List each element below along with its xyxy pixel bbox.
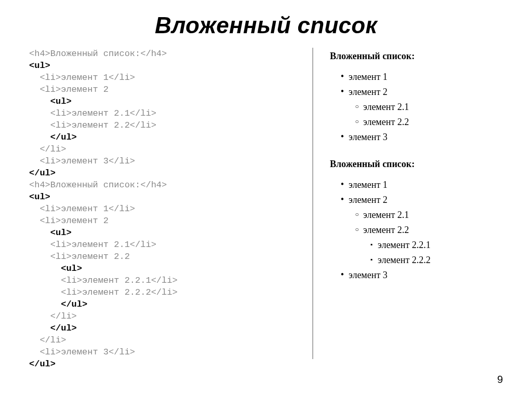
code-text: </li> xyxy=(130,108,156,118)
list-item-label: элемент 2 xyxy=(349,193,388,207)
bullet-disc-icon xyxy=(336,84,349,99)
code-text: <li> xyxy=(29,252,72,262)
code-text: <li> xyxy=(29,276,82,285)
slide-title: Вложенный список xyxy=(29,12,503,38)
list-item: элемент 2.2 xyxy=(336,222,503,237)
code-text: </li> xyxy=(109,73,135,83)
rendered-heading: Вложенный список: xyxy=(330,51,503,62)
bullet-circle-icon xyxy=(351,114,363,129)
bullet-disc-icon xyxy=(336,267,349,282)
page-number: 9 xyxy=(497,374,503,386)
code-text: элемент 2.2.1 xyxy=(82,276,151,285)
list-item: элемент 2 xyxy=(336,84,503,99)
code-text: <li> xyxy=(29,347,61,357)
code-text: элемент 1 xyxy=(61,204,109,214)
code-text: </li> xyxy=(109,156,135,166)
bullet-disc-icon xyxy=(336,192,349,207)
code-text: <li> xyxy=(29,156,61,166)
code-block: <h4>Вложенный список:</h4> <ul> <li>элем… xyxy=(29,48,302,370)
code-text: </li> xyxy=(29,311,77,321)
code-text: <li> xyxy=(29,240,72,250)
bullet-disc-icon xyxy=(336,177,349,192)
list-item: элемент 1 xyxy=(336,177,503,192)
render-panel: Вложенный список: элемент 1 элемент 2 эл… xyxy=(313,48,503,370)
code-text: элемент 2.2.2 xyxy=(82,287,151,297)
list-item-label: элемент 2.2.1 xyxy=(378,238,431,252)
code-text: элемент 2.1 xyxy=(72,108,130,118)
code-text: <li> xyxy=(29,204,61,214)
code-text: <li> xyxy=(29,108,72,118)
bullet-circle-icon xyxy=(351,207,363,222)
code-text: элемент 2.2 xyxy=(72,120,130,130)
bullet-circle-icon xyxy=(351,99,363,114)
code-text: <li> xyxy=(29,287,82,297)
code-text: </h4> xyxy=(140,49,167,59)
code-text: <ul> xyxy=(29,97,72,106)
list-item-label: элемент 2 xyxy=(349,85,388,99)
list-item-label: элемент 1 xyxy=(349,177,388,192)
code-text: <li> xyxy=(29,85,61,94)
code-text: <ul> xyxy=(29,228,72,238)
code-text: <li> xyxy=(29,216,61,226)
list-item-label: элемент 1 xyxy=(349,70,388,84)
code-text: </li> xyxy=(130,240,156,250)
code-text: Вложенный список: xyxy=(50,180,140,190)
list-item-label: элемент 3 xyxy=(349,268,388,282)
list-item: элемент 2 xyxy=(336,192,503,207)
code-text: <li> xyxy=(29,73,61,83)
code-text: <h4> xyxy=(29,180,50,190)
bullet-circle-icon xyxy=(351,222,363,237)
code-text: элемент 1 xyxy=(61,73,109,83)
code-text: </li> xyxy=(109,204,135,214)
code-text: элемент 3 xyxy=(61,156,109,166)
code-text: <li> xyxy=(29,120,72,130)
code-text: элемент 2 xyxy=(61,216,109,226)
code-text: </h4> xyxy=(140,180,167,190)
list-item: элемент 1 xyxy=(336,69,503,84)
code-text: </ul> xyxy=(29,359,56,369)
code-text: <h4> xyxy=(29,49,50,59)
bullet-disc-icon xyxy=(336,129,349,144)
list-item: элемент 2.1 xyxy=(336,207,503,222)
code-text: </ul> xyxy=(29,132,77,142)
list-item-label: элемент 2.2.2 xyxy=(378,253,431,267)
list-item: элемент 2.2.1 xyxy=(336,237,503,252)
code-text: элемент 2 xyxy=(61,85,109,94)
rendered-list: элемент 1 элемент 2 элемент 2.1 элемент … xyxy=(330,69,503,144)
rendered-list: элемент 1 элемент 2 элемент 2.1 элемент … xyxy=(330,177,503,282)
code-text: Вложенный список: xyxy=(50,49,140,59)
bullet-square-icon xyxy=(365,237,378,252)
code-text: </li> xyxy=(109,347,135,357)
code-text: </ul> xyxy=(29,323,77,333)
list-item: элемент 3 xyxy=(336,267,503,282)
code-text: <ul> xyxy=(29,264,82,273)
list-item-label: элемент 3 xyxy=(349,130,388,144)
list-item-label: элемент 2.2 xyxy=(363,223,409,237)
code-text: </li> xyxy=(29,144,66,154)
code-text: </li> xyxy=(151,276,178,285)
list-item-label: элемент 2.2 xyxy=(363,115,409,129)
code-text: </li> xyxy=(130,120,156,130)
code-text: элемент 2.1 xyxy=(72,240,130,250)
code-text: элемент 3 xyxy=(61,347,109,357)
code-text: <ul> xyxy=(29,192,50,202)
list-item: элемент 2.2.2 xyxy=(336,252,503,267)
rendered-heading: Вложенный список: xyxy=(330,159,503,170)
list-item: элемент 2.1 xyxy=(336,99,503,114)
code-text: </li> xyxy=(151,287,178,297)
code-text: </ul> xyxy=(29,168,56,178)
code-text: </ul> xyxy=(29,299,87,309)
bullet-disc-icon xyxy=(336,69,349,84)
list-item: элемент 2.2 xyxy=(336,114,503,129)
list-item: элемент 3 xyxy=(336,129,503,144)
list-item-label: элемент 2.1 xyxy=(363,208,409,222)
code-text: <ul> xyxy=(29,61,50,71)
code-panel: <h4>Вложенный список:</h4> <ul> <li>элем… xyxy=(29,48,312,370)
code-text: элемент 2.2 xyxy=(72,252,130,262)
bullet-square-icon xyxy=(365,252,378,267)
code-text: </li> xyxy=(29,335,66,345)
list-item-label: элемент 2.1 xyxy=(363,100,409,114)
